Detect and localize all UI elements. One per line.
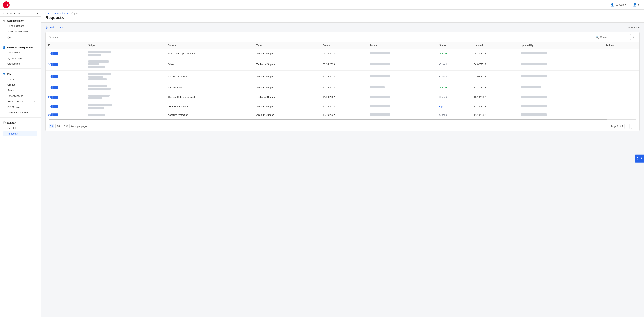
add-request-button[interactable]: ⊕ Add Request (46, 25, 64, 29)
sidebar-item-public-ip[interactable]: Public IP Addresses (3, 29, 38, 34)
support-person-icon: 👤 (610, 3, 614, 6)
sidebar-item-quotas[interactable]: Quotas (3, 34, 38, 40)
table-settings-button[interactable]: ⚙ (632, 35, 636, 40)
row-actions-button[interactable]: ⋯ (606, 104, 612, 109)
page-title: Requests (46, 15, 640, 20)
sidebar-item-get-help[interactable]: Get Help (3, 125, 38, 131)
user-chevron-icon: ▾ (638, 3, 639, 6)
sidebar-item-label: API Groups (8, 106, 20, 108)
search-icon: 🔍 (596, 35, 599, 38)
prev-page-button[interactable]: ‹ (624, 123, 630, 129)
grid-icon: ⠿ (2, 11, 4, 14)
add-request-label: Add Request (49, 26, 64, 29)
breadcrumb-sep-2: › (70, 12, 70, 14)
actions-cell (603, 111, 639, 119)
row-id-link[interactable]: 33████ (48, 52, 58, 55)
sidebar-item-rbac-policies[interactable]: RBAC Policies › (3, 99, 38, 104)
sidebar-item-label: Quotas (8, 36, 15, 38)
breadcrumb-current: Support (72, 12, 79, 14)
support-menu-button[interactable]: 👤 Support ▾ (609, 2, 628, 8)
user-menu-button[interactable]: 👤 ▾ (631, 2, 641, 8)
breadcrumb-sep-1: › (52, 12, 53, 14)
refresh-icon: ↻ (628, 26, 630, 29)
subject-cell (88, 73, 163, 80)
sidebar-item-api-groups[interactable]: API Groups (3, 104, 38, 110)
actions-cell (603, 92, 639, 102)
current-page-label: Page 1 of 4 (611, 125, 623, 128)
sidebar-item-my-account[interactable]: My Account (3, 50, 38, 55)
toolbar: ⊕ Add Request ↻ Refresh (46, 25, 640, 29)
author-cell (367, 70, 437, 83)
search-input[interactable] (600, 36, 629, 38)
actions-cell: ⋯ (603, 49, 639, 58)
service-cell: Account Protection (165, 111, 254, 119)
type-cell: Account Support (254, 49, 320, 58)
items-per-page-label: items per page (71, 125, 87, 128)
sidebar-item-my-namespaces[interactable]: My Namespaces (3, 55, 38, 61)
row-id-link[interactable]: 32████ (48, 63, 58, 66)
row-id-link[interactable]: 30████ (48, 75, 58, 78)
support-section-title: 💬 Support (2, 121, 38, 124)
items-count: 32 items (48, 36, 58, 38)
sidebar-item-groups[interactable]: Groups (3, 82, 38, 87)
row-id-link[interactable]: 29████ (48, 113, 58, 116)
actions-cell: ⋯ (603, 83, 639, 92)
status-cell: Closed (437, 92, 471, 102)
row-actions-button[interactable]: ⋯ (606, 85, 612, 90)
sidebar-item-credentials[interactable]: Credentials (3, 61, 38, 66)
subject-cell (88, 85, 163, 90)
support-icon: 💬 (2, 121, 6, 124)
h-scrollbar-area (46, 118, 639, 121)
sidebar-item-label: Get Help (8, 127, 17, 129)
col-status: Status (437, 42, 471, 49)
sidebar: ⠿ Select service ▾ ⚙ Administration ● Lo… (0, 10, 41, 317)
person-icon: 👤 (2, 46, 6, 49)
created-cell: 11/10/2022 (320, 111, 367, 119)
sidebar-item-roles[interactable]: Roles (3, 88, 38, 93)
subject-cell (88, 60, 163, 68)
updated-cell: 11/23/2022 (471, 102, 518, 111)
per-page-50-button[interactable]: 50 (56, 124, 61, 128)
sidebar-item-requests[interactable]: Requests (3, 131, 38, 136)
per-page-100-button[interactable]: 100 (62, 124, 70, 128)
breadcrumb-home[interactable]: Home (46, 12, 51, 14)
sidebar-item-label: Tenant Access (8, 94, 23, 97)
administration-section-title: ⚙ Administration (2, 19, 38, 22)
f5-logo: F5 (3, 1, 10, 8)
sidebar-item-login-options[interactable]: ● Login Options (3, 23, 38, 29)
row-id-link[interactable]: 30████ (48, 86, 58, 89)
select-service-dropdown[interactable]: ⠿ Select service ▾ (0, 10, 41, 16)
service-cell: Other (165, 58, 254, 70)
administration-icon: ⚙ (2, 19, 6, 22)
next-page-button[interactable]: › (631, 123, 636, 129)
status-cell: Closed (437, 58, 471, 70)
search-box[interactable]: 🔍 (594, 34, 631, 40)
per-page-10-button[interactable]: 10 (48, 124, 54, 128)
breadcrumb-administration[interactable]: Administration (54, 12, 68, 14)
refresh-button[interactable]: ↻ Refresh (628, 26, 640, 29)
updated-cell: 12/31/2022 (471, 83, 518, 92)
status-cell: Closed (437, 111, 471, 119)
updated-cell: 12/13/2022 (471, 92, 518, 102)
help-tab[interactable]: ℹ Help (635, 155, 644, 163)
created-cell: 12/19/2022 (320, 70, 367, 83)
sidebar-item-users[interactable]: Users (3, 76, 38, 82)
table-row: 29████ DNS Management Account Support (46, 102, 639, 111)
status-cell: Closed (437, 70, 471, 83)
status-cell: Open (437, 102, 471, 111)
content-area: ⊕ Add Request ↻ Refresh 32 items 🔍 (41, 22, 644, 134)
row-actions-button[interactable]: ⋯ (606, 51, 612, 56)
sidebar-item-service-credentials[interactable]: Service Credentials (3, 110, 38, 115)
author-cell (367, 49, 437, 58)
add-circle-icon: ⊕ (46, 25, 48, 29)
sidebar-item-label: My Account (8, 51, 20, 54)
updated-by-cell (518, 83, 603, 92)
sidebar-item-label: Users (8, 78, 14, 80)
row-id-link[interactable]: 29████ (48, 96, 58, 98)
status-cell: Solved (437, 49, 471, 58)
row-id-link[interactable]: 29████ (48, 105, 58, 108)
table-row: 29████ Content Delivery Network Technica… (46, 92, 639, 102)
topbar-right: 👤 Support ▾ 👤 ▾ (609, 2, 641, 8)
service-cell: Account Protection (165, 70, 254, 83)
sidebar-item-tenant-access[interactable]: Tenant Access (3, 93, 38, 99)
